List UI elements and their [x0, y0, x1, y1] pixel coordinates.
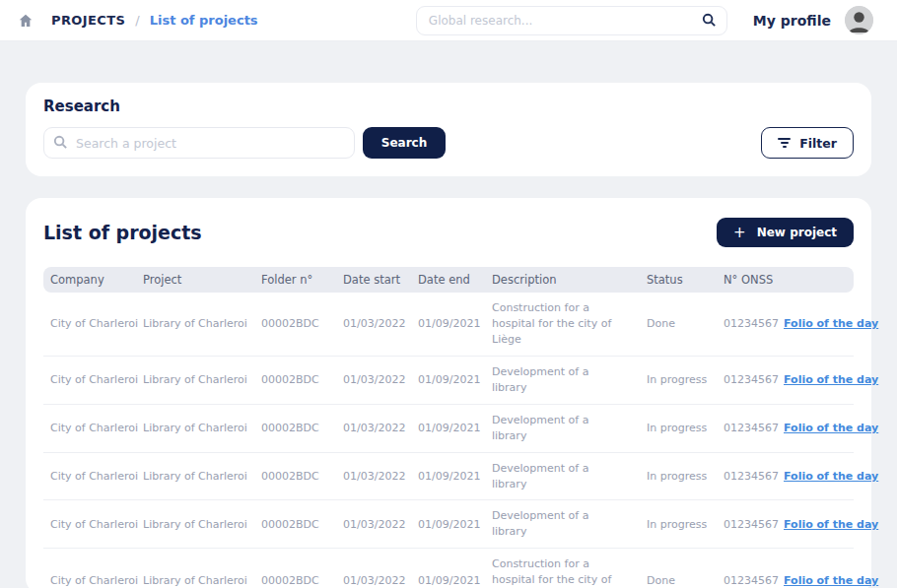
cell-project: Library of Charleroi	[136, 462, 254, 490]
cell-onss: 01234567	[717, 365, 777, 394]
cell-folder: 00002BDC	[254, 365, 336, 394]
cell-date-start: 01/03/2022	[336, 462, 411, 490]
col-header-project: Project	[136, 273, 254, 287]
global-search	[416, 6, 727, 35]
col-header-description: Description	[485, 273, 640, 287]
cell-date-end: 01/09/2021	[411, 309, 485, 338]
cell-folder: 00002BDC	[254, 510, 336, 539]
table-row: City of Charleroi Library of Charleroi 0…	[43, 500, 854, 549]
cell-company: City of Charleroi	[43, 462, 136, 490]
cell-project: Library of Charleroi	[136, 414, 254, 442]
cell-date-end: 01/09/2021	[411, 510, 485, 539]
breadcrumb-current[interactable]: List of projects	[150, 13, 258, 28]
table-row: City of Charleroi Library of Charleroi 0…	[43, 357, 854, 405]
topbar: PROJECTS / List of projects My profile	[0, 0, 897, 41]
cell-date-end: 01/09/2021	[411, 414, 485, 442]
cell-description: Construction for a hospital for the city…	[485, 549, 640, 588]
cell-onss: 01234567	[717, 414, 777, 442]
cell-onss: 01234567	[717, 566, 777, 588]
search-icon[interactable]	[702, 13, 717, 28]
cell-project: Library of Charleroi	[136, 365, 254, 394]
filter-button-label: Filter	[799, 136, 837, 151]
cell-project: Library of Charleroi	[136, 566, 254, 588]
folio-link[interactable]: Folio of the day	[784, 317, 878, 330]
cell-date-start: 01/03/2022	[336, 566, 411, 588]
cell-folder: 00002BDC	[254, 566, 336, 588]
cell-date-start: 01/03/2022	[336, 510, 411, 539]
cell-description: Development of a library	[485, 453, 640, 500]
search-button[interactable]: Search	[363, 127, 446, 159]
col-header-onss: N° ONSS	[717, 273, 777, 287]
cell-onss: 01234567	[717, 510, 777, 539]
table-row: City of Charleroi Library of Charleroi 0…	[43, 549, 854, 588]
cell-project: Library of Charleroi	[136, 309, 254, 338]
cell-folder: 00002BDC	[254, 462, 336, 490]
cell-description: Development of a library	[485, 500, 640, 548]
table-body: City of Charleroi Library of Charleroi 0…	[43, 293, 854, 588]
cell-description: Development of a library	[485, 405, 640, 452]
cell-folder: 00002BDC	[254, 309, 336, 338]
cell-project: Library of Charleroi	[136, 510, 254, 539]
cell-status: In progress	[640, 510, 717, 539]
folio-link[interactable]: Folio of the day	[784, 518, 878, 531]
breadcrumb-separator: /	[135, 13, 139, 28]
folio-link[interactable]: Folio of the day	[784, 574, 878, 587]
cell-onss: 01234567	[717, 462, 777, 490]
cell-date-end: 01/09/2021	[411, 365, 485, 394]
cell-status: In progress	[640, 462, 717, 490]
breadcrumb: PROJECTS / List of projects	[18, 13, 258, 29]
folio-link[interactable]: Folio of the day	[784, 470, 878, 483]
home-icon[interactable]	[18, 13, 34, 29]
research-title: Research	[43, 98, 854, 115]
cell-date-end: 01/09/2021	[411, 566, 485, 588]
projects-table: Company Project Folder n° Date start Dat…	[43, 267, 854, 588]
cell-date-start: 01/03/2022	[336, 309, 411, 338]
cell-date-start: 01/03/2022	[336, 414, 411, 442]
my-profile-link[interactable]: My profile	[753, 13, 831, 29]
new-project-label: New project	[757, 226, 837, 239]
plus-icon: +	[733, 226, 746, 240]
cell-company: City of Charleroi	[43, 309, 136, 338]
table-row: City of Charleroi Library of Charleroi 0…	[43, 453, 854, 501]
cell-company: City of Charleroi	[43, 510, 136, 539]
main-content: Research Search Filter List of projects …	[0, 41, 897, 588]
projects-panel: List of projects + New project Company P…	[26, 198, 871, 588]
project-search	[43, 127, 355, 159]
project-search-input[interactable]	[43, 127, 355, 159]
cell-status: Done	[640, 566, 717, 588]
col-header-status: Status	[640, 273, 717, 287]
col-header-date-end: Date end	[411, 273, 485, 287]
col-header-date-start: Date start	[336, 273, 411, 287]
cell-status: In progress	[640, 414, 717, 442]
breadcrumb-root[interactable]: PROJECTS	[51, 13, 125, 28]
global-search-input[interactable]	[416, 6, 727, 35]
search-icon	[53, 135, 68, 150]
cell-company: City of Charleroi	[43, 365, 136, 394]
cell-description: Construction for a hospital for the city…	[485, 293, 640, 356]
research-panel: Research Search Filter	[26, 83, 871, 176]
cell-folder: 00002BDC	[254, 414, 336, 442]
cell-status: In progress	[640, 365, 717, 394]
cell-date-end: 01/09/2021	[411, 462, 485, 490]
cell-date-start: 01/03/2022	[336, 365, 411, 394]
filter-button[interactable]: Filter	[761, 127, 854, 159]
cell-company: City of Charleroi	[43, 566, 136, 588]
table-header: Company Project Folder n° Date start Dat…	[43, 267, 854, 293]
folio-link[interactable]: Folio of the day	[784, 373, 878, 386]
topbar-right: My profile	[416, 6, 873, 35]
col-header-folder: Folder n°	[254, 273, 336, 287]
cell-company: City of Charleroi	[43, 414, 136, 442]
table-row: City of Charleroi Library of Charleroi 0…	[43, 405, 854, 453]
table-row: City of Charleroi Library of Charleroi 0…	[43, 293, 854, 357]
cell-onss: 01234567	[717, 309, 777, 338]
cell-status: Done	[640, 309, 717, 338]
filter-icon	[778, 138, 791, 148]
new-project-button[interactable]: + New project	[717, 218, 854, 247]
cell-description: Development of a library	[485, 357, 640, 404]
avatar[interactable]	[845, 6, 873, 34]
page-title: List of projects	[43, 222, 202, 243]
col-header-company: Company	[43, 273, 136, 287]
folio-link[interactable]: Folio of the day	[784, 422, 878, 434]
